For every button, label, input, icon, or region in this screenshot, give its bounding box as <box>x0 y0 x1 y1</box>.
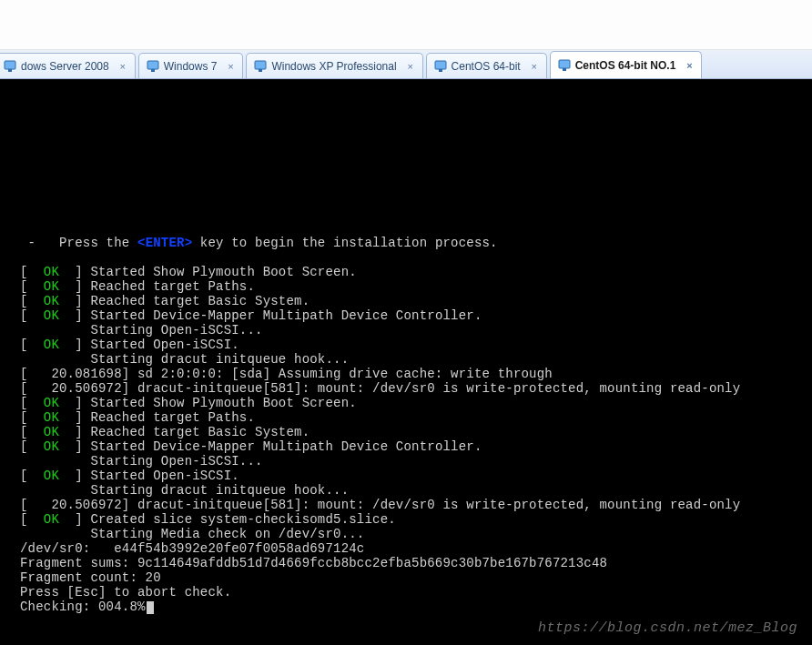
terminal-line: [ OK ] Reached target Paths. <box>20 410 812 425</box>
terminal-line: [ OK ] Reached target Basic System. <box>20 294 812 308</box>
close-icon[interactable]: × <box>117 60 129 73</box>
vm-tab[interactable]: Windows 7× <box>138 53 244 78</box>
terminal-line: Press [Esc] to abort check. <box>20 585 812 600</box>
terminal-line: [ OK ] Started Show Plymouth Boot Screen… <box>20 265 812 279</box>
terminal-line: [ 20.081698] sd 2:0:0:0: [sda] Assuming … <box>20 367 812 381</box>
svg-rect-9 <box>563 68 566 71</box>
terminal-line: Starting Media check on /dev/sr0... <box>20 527 812 541</box>
terminal-line: [ OK ] Started Show Plymouth Boot Screen… <box>20 396 812 410</box>
terminal-line: Starting Open-iSCSI... <box>20 454 812 469</box>
terminal-line: Starting Open-iSCSI... <box>20 323 812 338</box>
close-icon[interactable]: × <box>683 59 695 72</box>
tab-label: Windows 7 <box>164 60 218 73</box>
terminal-line: Starting dracut initqueue hook... <box>20 352 812 367</box>
vm-tab[interactable]: CentOS 64-bit NO.1× <box>550 51 703 78</box>
vm-tab[interactable]: dows Server 2008× <box>0 53 136 78</box>
close-icon[interactable]: × <box>404 60 417 73</box>
terminal-line: [ 20.506972] dracut-initqueue[581]: moun… <box>20 498 812 512</box>
tab-label: CentOS 64-bit NO.1 <box>575 59 676 72</box>
tab-label: dows Server 2008 <box>21 60 109 73</box>
monitor-icon <box>434 60 447 73</box>
window-top-area <box>0 0 812 50</box>
close-icon[interactable]: × <box>224 60 237 73</box>
svg-rect-0 <box>5 61 15 69</box>
svg-rect-1 <box>8 69 12 72</box>
terminal-line: [ OK ] Created slice system-checkisomd5.… <box>20 512 812 527</box>
monitor-icon <box>558 59 571 72</box>
terminal-line: Fragment sums: 9c114649afddb51d7d4669fcc… <box>20 556 812 570</box>
tab-label: CentOS 64-bit <box>452 60 521 73</box>
install-prompt: - Press the <ENTER> key to begin the ins… <box>20 236 812 250</box>
monitor-icon <box>254 60 267 73</box>
vm-tab[interactable]: CentOS 64-bit× <box>426 53 547 78</box>
svg-rect-5 <box>259 69 262 72</box>
terminal-line: Checking: 004.8% <box>20 600 812 614</box>
svg-rect-6 <box>435 61 446 69</box>
terminal-line: [ OK ] Started Device-Mapper Multipath D… <box>20 308 812 323</box>
terminal-line: [ OK ] Started Device-Mapper Multipath D… <box>20 439 812 454</box>
terminal-line <box>20 250 812 265</box>
terminal-line: Starting dracut initqueue hook... <box>20 483 812 498</box>
terminal-output: - Press the <ENTER> key to begin the ins… <box>0 79 812 645</box>
text-cursor <box>147 601 154 614</box>
tab-strip: dows Server 2008×Windows 7×Windows XP Pr… <box>0 50 812 79</box>
close-icon[interactable]: × <box>528 60 541 73</box>
terminal-line: /dev/sr0: e44f54b3992e20fe07f0058ad69712… <box>20 541 812 556</box>
vm-tab[interactable]: Windows XP Professional× <box>246 53 422 78</box>
monitor-icon <box>4 60 16 73</box>
terminal-line: [ OK ] Started Open-iSCSI. <box>20 338 812 352</box>
monitor-icon <box>147 60 159 73</box>
terminal-line: [ OK ] Reached target Basic System. <box>20 425 812 439</box>
terminal-line: [ 20.506972] dracut-initqueue[581]: moun… <box>20 381 812 396</box>
svg-rect-3 <box>151 69 155 72</box>
svg-rect-4 <box>255 61 266 69</box>
svg-rect-8 <box>559 60 570 68</box>
svg-rect-7 <box>439 69 442 72</box>
terminal-line: [ OK ] Reached target Paths. <box>20 279 812 294</box>
watermark-text: https://blog.csdn.net/mez_Blog <box>538 621 797 636</box>
terminal-line: [ OK ] Started Open-iSCSI. <box>20 469 812 483</box>
terminal-line: Fragment count: 20 <box>20 570 812 585</box>
svg-rect-2 <box>147 61 158 69</box>
tab-label: Windows XP Professional <box>271 60 396 73</box>
